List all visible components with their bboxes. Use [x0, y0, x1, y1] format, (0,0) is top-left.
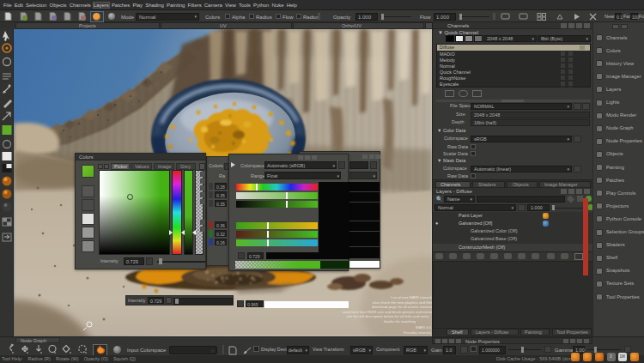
svg-text:used here free HDRI sets and b: used here free HDRI sets and brush prese… — [343, 310, 432, 314]
svg-text:see the full description below: see the full description below for all l… — [346, 314, 429, 318]
svg-text:MARI 4.6: MARI 4.6 — [416, 325, 432, 330]
svg-text:Foundry tutorials: Foundry tutorials — [404, 330, 431, 335]
svg-text:also check the new playlists a: also check the new playlists and files — [373, 300, 432, 305]
svg-text:thanks for watching: thanks for watching — [384, 319, 416, 324]
svg-text:List of new MARI tutorials: List of new MARI tutorials — [391, 295, 432, 299]
svg-text:download page for all assets t: download page for all assets textures — [372, 305, 432, 309]
